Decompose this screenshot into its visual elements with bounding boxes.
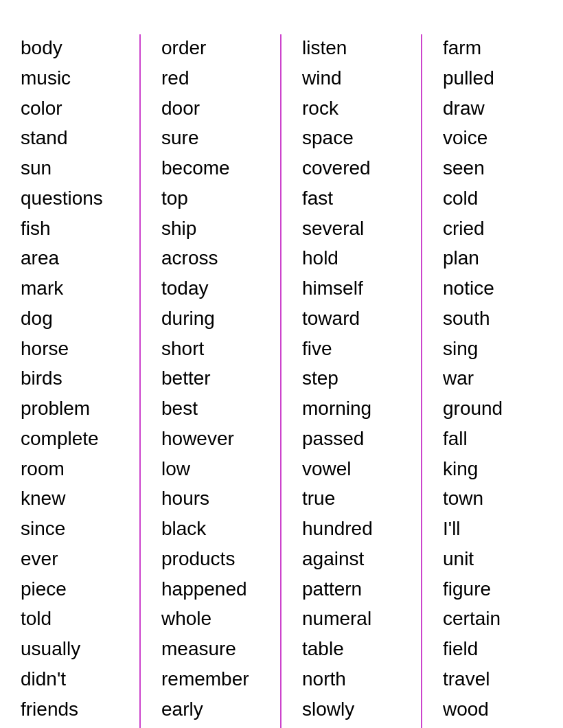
word-item: piece <box>21 576 120 603</box>
word-item: rock <box>302 95 402 122</box>
word-item: body <box>21 34 120 62</box>
word-item: step <box>302 365 402 392</box>
word-item: music <box>21 65 120 92</box>
column-1: bodymusiccolorstandsunquestionsfishaream… <box>0 34 141 728</box>
word-item: field <box>443 635 542 663</box>
word-item: room <box>21 455 120 483</box>
word-item: ground <box>443 395 542 422</box>
word-item: complete <box>21 425 120 453</box>
word-item: hours <box>161 485 261 512</box>
word-item: north <box>302 666 402 693</box>
word-item: true <box>302 485 402 512</box>
word-item: color <box>21 95 120 122</box>
word-item: sing <box>443 335 542 363</box>
word-item: fire <box>443 725 542 728</box>
word-item: door <box>161 95 261 122</box>
word-item: listen <box>302 34 402 62</box>
word-item: black <box>161 515 261 543</box>
word-item: fast <box>302 185 402 212</box>
word-item: king <box>443 455 542 483</box>
word-item: horse <box>21 335 120 363</box>
word-item: dog <box>21 305 120 332</box>
word-item: against <box>302 545 402 573</box>
word-item: friends <box>21 696 120 723</box>
word-item: money <box>302 725 402 728</box>
word-item: table <box>302 635 402 663</box>
word-item: wind <box>302 65 402 92</box>
word-item: happened <box>161 576 261 603</box>
word-item: remember <box>161 666 261 693</box>
word-item: sure <box>161 124 261 152</box>
word-item: fall <box>443 425 542 453</box>
word-item: sun <box>21 155 120 182</box>
word-item: low <box>161 455 261 483</box>
column-4: farmpulleddrawvoiceseencoldcriedplannoti… <box>422 34 563 728</box>
word-item: pattern <box>302 576 402 603</box>
word-item: red <box>161 65 261 92</box>
word-item: hundred <box>302 515 402 543</box>
word-item: cried <box>443 215 542 242</box>
word-item: slowly <box>302 696 402 723</box>
word-item: pulled <box>443 65 542 92</box>
page-container: bodymusiccolorstandsunquestionsfishaream… <box>0 0 563 728</box>
word-item: several <box>302 215 402 242</box>
word-item: top <box>161 185 261 212</box>
word-item: voice <box>443 124 542 152</box>
word-item: early <box>161 696 261 723</box>
word-item: problem <box>21 395 120 422</box>
word-item: during <box>161 305 261 332</box>
word-item: ever <box>21 545 120 573</box>
word-item: space <box>302 124 402 152</box>
word-item: since <box>21 515 120 543</box>
word-item: notice <box>443 275 542 302</box>
word-item: best <box>161 395 261 422</box>
word-item: passed <box>302 425 402 453</box>
word-item: across <box>161 244 261 272</box>
word-item: usually <box>21 635 120 663</box>
word-item: unit <box>443 545 542 573</box>
word-item: stand <box>21 124 120 152</box>
column-2: orderreddoorsurebecometopshipacrosstoday… <box>141 34 282 728</box>
word-item: plan <box>443 244 542 272</box>
word-item: farm <box>443 34 542 62</box>
word-item: told <box>21 605 120 633</box>
word-item: however <box>161 425 261 453</box>
word-item: didn't <box>21 666 120 693</box>
word-item: draw <box>443 95 542 122</box>
word-item: wood <box>443 696 542 723</box>
word-item: town <box>443 485 542 512</box>
word-item: order <box>161 34 261 62</box>
word-item: war <box>443 365 542 392</box>
word-item: easy <box>21 725 120 728</box>
column-3: listenwindrockspacecoveredfastseveralhol… <box>282 34 422 728</box>
word-item: himself <box>302 275 402 302</box>
word-item: hold <box>302 244 402 272</box>
word-item: seen <box>443 155 542 182</box>
word-item: products <box>161 545 261 573</box>
word-item: measure <box>161 635 261 663</box>
word-item: mark <box>21 275 120 302</box>
word-item: travel <box>443 666 542 693</box>
word-item: ship <box>161 215 261 242</box>
word-item: questions <box>21 185 120 212</box>
word-item: today <box>161 275 261 302</box>
word-item: five <box>302 335 402 363</box>
word-item: area <box>21 244 120 272</box>
word-item: cold <box>443 185 542 212</box>
word-item: figure <box>443 576 542 603</box>
word-item: vowel <box>302 455 402 483</box>
word-item: birds <box>21 365 120 392</box>
word-item: certain <box>443 605 542 633</box>
word-item: numeral <box>302 605 402 633</box>
word-item: covered <box>302 155 402 182</box>
word-item: whole <box>161 605 261 633</box>
word-item: better <box>161 365 261 392</box>
word-item: morning <box>302 395 402 422</box>
word-item: south <box>443 305 542 332</box>
word-item: toward <box>302 305 402 332</box>
word-item: waves <box>161 725 261 728</box>
word-item: short <box>161 335 261 363</box>
word-item: become <box>161 155 261 182</box>
word-item: I'll <box>443 515 542 543</box>
word-item: fish <box>21 215 120 242</box>
